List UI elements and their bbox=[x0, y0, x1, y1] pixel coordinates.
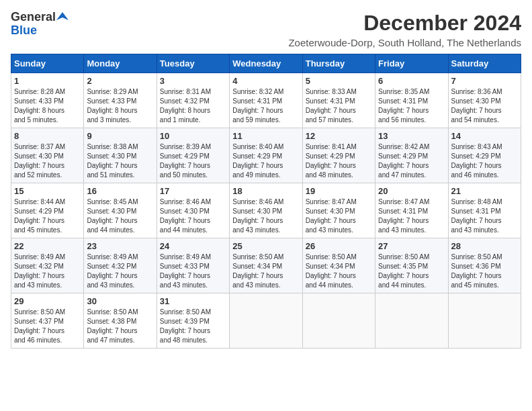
day-info: Sunrise: 8:50 AMSunset: 4:35 PMDaylight:… bbox=[378, 253, 445, 290]
day-info: Sunrise: 8:49 AMSunset: 4:32 PMDaylight:… bbox=[87, 253, 153, 290]
day-number: 23 bbox=[87, 241, 153, 251]
calendar-day-cell: 14Sunrise: 8:43 AMSunset: 4:29 PMDayligh… bbox=[448, 128, 521, 183]
day-info: Sunrise: 8:48 AMSunset: 4:31 PMDaylight:… bbox=[451, 197, 518, 235]
day-number: 25 bbox=[232, 241, 299, 251]
calendar-day-cell: 17Sunrise: 8:46 AMSunset: 4:30 PMDayligh… bbox=[157, 183, 229, 238]
calendar-day-cell: 16Sunrise: 8:45 AMSunset: 4:30 PMDayligh… bbox=[84, 183, 157, 238]
day-info: Sunrise: 8:43 AMSunset: 4:29 PMDaylight:… bbox=[451, 142, 518, 180]
calendar-day-cell: 12Sunrise: 8:41 AMSunset: 4:29 PMDayligh… bbox=[302, 128, 375, 183]
day-number: 2 bbox=[87, 76, 153, 86]
calendar-day-header: Monday bbox=[84, 54, 157, 73]
calendar-week-row: 15Sunrise: 8:44 AMSunset: 4:29 PMDayligh… bbox=[11, 183, 521, 238]
day-number: 18 bbox=[232, 186, 299, 196]
calendar-day-cell: 9Sunrise: 8:38 AMSunset: 4:30 PMDaylight… bbox=[84, 128, 157, 183]
day-info: Sunrise: 8:29 AMSunset: 4:33 PMDaylight:… bbox=[87, 87, 153, 125]
calendar-table: SundayMondayTuesdayWednesdayThursdayFrid… bbox=[11, 54, 521, 349]
day-info: Sunrise: 8:31 AMSunset: 4:32 PMDaylight:… bbox=[160, 87, 226, 125]
calendar-subtitle: Zoeterwoude-Dorp, South Holland, The Net… bbox=[288, 37, 521, 48]
calendar-day-cell: 24Sunrise: 8:49 AMSunset: 4:33 PMDayligh… bbox=[157, 238, 229, 293]
day-number: 7 bbox=[451, 76, 518, 86]
day-info: Sunrise: 8:47 AMSunset: 4:30 PMDaylight:… bbox=[306, 197, 372, 235]
day-number: 17 bbox=[160, 186, 226, 196]
day-number: 11 bbox=[232, 131, 299, 141]
day-info: Sunrise: 8:41 AMSunset: 4:29 PMDaylight:… bbox=[306, 142, 372, 180]
calendar-day-cell: 19Sunrise: 8:47 AMSunset: 4:30 PMDayligh… bbox=[302, 183, 375, 238]
day-info: Sunrise: 8:49 AMSunset: 4:33 PMDaylight:… bbox=[160, 253, 226, 290]
day-info: Sunrise: 8:33 AMSunset: 4:31 PMDaylight:… bbox=[306, 87, 372, 125]
calendar-day-cell bbox=[375, 293, 448, 349]
day-number: 14 bbox=[451, 131, 518, 141]
day-number: 24 bbox=[160, 241, 226, 251]
calendar-day-header: Tuesday bbox=[157, 54, 229, 73]
day-info: Sunrise: 8:50 AMSunset: 4:34 PMDaylight:… bbox=[232, 253, 299, 290]
day-info: Sunrise: 8:28 AMSunset: 4:33 PMDaylight:… bbox=[14, 87, 81, 125]
calendar-title: December 2024 bbox=[288, 11, 521, 36]
calendar-day-cell: 1Sunrise: 8:28 AMSunset: 4:33 PMDaylight… bbox=[11, 73, 84, 128]
day-info: Sunrise: 8:36 AMSunset: 4:30 PMDaylight:… bbox=[451, 87, 518, 125]
day-number: 28 bbox=[451, 241, 518, 251]
day-number: 3 bbox=[160, 76, 226, 86]
calendar-day-cell: 4Sunrise: 8:32 AMSunset: 4:31 PMDaylight… bbox=[230, 73, 302, 128]
day-info: Sunrise: 8:35 AMSunset: 4:31 PMDaylight:… bbox=[378, 87, 445, 125]
page-header: General Blue December 2024 Zoeterwoude-D… bbox=[11, 11, 521, 48]
day-info: Sunrise: 8:44 AMSunset: 4:29 PMDaylight:… bbox=[14, 197, 81, 235]
calendar-week-row: 1Sunrise: 8:28 AMSunset: 4:33 PMDaylight… bbox=[11, 73, 521, 128]
calendar-day-cell: 29Sunrise: 8:50 AMSunset: 4:37 PMDayligh… bbox=[11, 293, 84, 349]
day-info: Sunrise: 8:45 AMSunset: 4:30 PMDaylight:… bbox=[87, 197, 153, 235]
calendar-day-cell: 5Sunrise: 8:33 AMSunset: 4:31 PMDaylight… bbox=[302, 73, 375, 128]
logo: General Blue bbox=[11, 11, 69, 38]
day-number: 21 bbox=[451, 186, 518, 196]
calendar-day-cell: 2Sunrise: 8:29 AMSunset: 4:33 PMDaylight… bbox=[84, 73, 157, 128]
calendar-day-cell: 18Sunrise: 8:46 AMSunset: 4:30 PMDayligh… bbox=[230, 183, 302, 238]
day-number: 6 bbox=[378, 76, 445, 86]
day-info: Sunrise: 8:46 AMSunset: 4:30 PMDaylight:… bbox=[160, 197, 226, 235]
calendar-day-cell: 3Sunrise: 8:31 AMSunset: 4:32 PMDaylight… bbox=[157, 73, 229, 128]
day-number: 4 bbox=[232, 76, 299, 86]
day-info: Sunrise: 8:39 AMSunset: 4:29 PMDaylight:… bbox=[160, 142, 226, 180]
day-number: 29 bbox=[14, 296, 81, 306]
calendar-day-cell: 6Sunrise: 8:35 AMSunset: 4:31 PMDaylight… bbox=[375, 73, 448, 128]
calendar-day-cell: 10Sunrise: 8:39 AMSunset: 4:29 PMDayligh… bbox=[157, 128, 229, 183]
day-number: 5 bbox=[306, 76, 372, 86]
calendar-week-row: 29Sunrise: 8:50 AMSunset: 4:37 PMDayligh… bbox=[11, 293, 521, 349]
day-info: Sunrise: 8:47 AMSunset: 4:31 PMDaylight:… bbox=[378, 197, 445, 235]
day-number: 16 bbox=[87, 186, 153, 196]
day-number: 27 bbox=[378, 241, 445, 251]
calendar-day-cell: 31Sunrise: 8:50 AMSunset: 4:39 PMDayligh… bbox=[157, 293, 229, 349]
calendar-header-row: SundayMondayTuesdayWednesdayThursdayFrid… bbox=[11, 54, 521, 73]
day-info: Sunrise: 8:37 AMSunset: 4:30 PMDaylight:… bbox=[14, 142, 81, 180]
calendar-day-cell bbox=[302, 293, 375, 349]
day-number: 22 bbox=[14, 241, 81, 251]
day-info: Sunrise: 8:42 AMSunset: 4:29 PMDaylight:… bbox=[378, 142, 445, 180]
logo-blue: Blue bbox=[11, 24, 37, 38]
calendar-day-cell: 11Sunrise: 8:40 AMSunset: 4:29 PMDayligh… bbox=[230, 128, 302, 183]
logo-general: General bbox=[11, 11, 56, 24]
calendar-day-cell: 23Sunrise: 8:49 AMSunset: 4:32 PMDayligh… bbox=[84, 238, 157, 293]
day-info: Sunrise: 8:50 AMSunset: 4:34 PMDaylight:… bbox=[306, 253, 372, 290]
day-info: Sunrise: 8:50 AMSunset: 4:37 PMDaylight:… bbox=[14, 308, 81, 345]
day-info: Sunrise: 8:50 AMSunset: 4:36 PMDaylight:… bbox=[451, 253, 518, 290]
calendar-day-cell: 30Sunrise: 8:50 AMSunset: 4:38 PMDayligh… bbox=[84, 293, 157, 349]
day-info: Sunrise: 8:50 AMSunset: 4:38 PMDaylight:… bbox=[87, 308, 153, 345]
svg-marker-0 bbox=[56, 12, 69, 20]
calendar-day-header: Thursday bbox=[302, 54, 375, 73]
logo-bird-icon bbox=[56, 11, 69, 23]
calendar-day-cell: 15Sunrise: 8:44 AMSunset: 4:29 PMDayligh… bbox=[11, 183, 84, 238]
day-number: 8 bbox=[14, 131, 81, 141]
calendar-week-row: 8Sunrise: 8:37 AMSunset: 4:30 PMDaylight… bbox=[11, 128, 521, 183]
day-info: Sunrise: 8:32 AMSunset: 4:31 PMDaylight:… bbox=[232, 87, 299, 125]
day-number: 1 bbox=[14, 76, 81, 86]
calendar-day-cell: 26Sunrise: 8:50 AMSunset: 4:34 PMDayligh… bbox=[302, 238, 375, 293]
calendar-day-header: Sunday bbox=[11, 54, 84, 73]
calendar-day-header: Friday bbox=[375, 54, 448, 73]
calendar-day-cell: 20Sunrise: 8:47 AMSunset: 4:31 PMDayligh… bbox=[375, 183, 448, 238]
title-area: December 2024 Zoeterwoude-Dorp, South Ho… bbox=[288, 11, 521, 48]
day-info: Sunrise: 8:50 AMSunset: 4:39 PMDaylight:… bbox=[160, 308, 226, 345]
day-number: 13 bbox=[378, 131, 445, 141]
day-number: 20 bbox=[378, 186, 445, 196]
calendar-day-cell: 13Sunrise: 8:42 AMSunset: 4:29 PMDayligh… bbox=[375, 128, 448, 183]
day-info: Sunrise: 8:38 AMSunset: 4:30 PMDaylight:… bbox=[87, 142, 153, 180]
calendar-day-cell: 21Sunrise: 8:48 AMSunset: 4:31 PMDayligh… bbox=[448, 183, 521, 238]
calendar-day-header: Wednesday bbox=[230, 54, 302, 73]
calendar-day-cell: 28Sunrise: 8:50 AMSunset: 4:36 PMDayligh… bbox=[448, 238, 521, 293]
